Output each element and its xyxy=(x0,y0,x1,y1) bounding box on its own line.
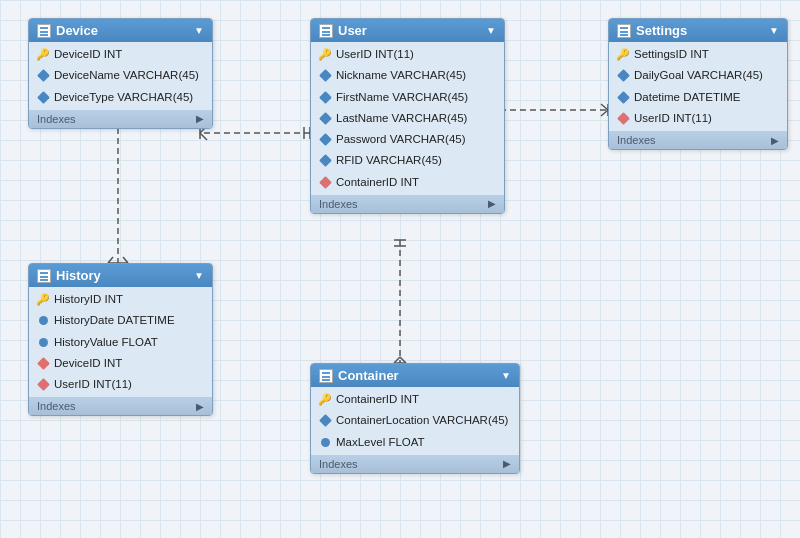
field-label: RFID VARCHAR(45) xyxy=(336,152,442,169)
diamond-blue-icon xyxy=(37,70,49,82)
field-row: DeviceID INT xyxy=(29,353,212,374)
indexes-arrow: ▶ xyxy=(196,401,204,412)
key-icon: 🔑 xyxy=(319,49,331,61)
svg-line-17 xyxy=(601,110,608,116)
field-label: ContainerLocation VARCHAR(45) xyxy=(336,412,508,429)
diamond-blue-icon xyxy=(319,415,331,427)
field-label: UserID INT(11) xyxy=(54,376,132,393)
history-table-header: History ▼ xyxy=(29,264,212,287)
container-table-icon xyxy=(319,369,333,383)
field-label: DailyGoal VARCHAR(45) xyxy=(634,67,763,84)
field-row: 🔑 ContainerID INT xyxy=(311,389,519,410)
field-row: 🔑 UserID INT(11) xyxy=(311,44,504,65)
diamond-blue-icon xyxy=(319,155,331,167)
history-table-icon xyxy=(37,269,51,283)
circle-blue-icon xyxy=(319,436,331,448)
field-label: UserID INT(11) xyxy=(336,46,414,63)
container-table-fields: 🔑 ContainerID INT ContainerLocation VARC… xyxy=(311,387,519,455)
diamond-blue-icon xyxy=(319,134,331,146)
field-row: ContainerLocation VARCHAR(45) xyxy=(311,410,519,431)
field-label: Password VARCHAR(45) xyxy=(336,131,466,148)
field-row: 🔑 SettingsID INT xyxy=(609,44,787,65)
indexes-arrow: ▶ xyxy=(771,135,779,146)
field-label: DeviceType VARCHAR(45) xyxy=(54,89,193,106)
user-table-indexes[interactable]: Indexes ▶ xyxy=(311,195,504,213)
container-dropdown-arrow[interactable]: ▼ xyxy=(501,370,511,381)
history-table-fields: 🔑 HistoryID INT HistoryDate DATETIME His… xyxy=(29,287,212,397)
field-label: MaxLevel FLOAT xyxy=(336,434,425,451)
key-icon: 🔑 xyxy=(617,49,629,61)
user-table-title: User xyxy=(338,23,367,38)
field-label: HistoryValue FLOAT xyxy=(54,334,158,351)
field-row: UserID INT(11) xyxy=(29,374,212,395)
device-table-header: Device ▼ xyxy=(29,19,212,42)
diamond-red-icon xyxy=(319,176,331,188)
diamond-red-icon xyxy=(37,357,49,369)
field-row: Datetime DATETIME xyxy=(609,87,787,108)
diamond-blue-icon xyxy=(319,70,331,82)
history-table-indexes[interactable]: Indexes ▶ xyxy=(29,397,212,415)
indexes-label: Indexes xyxy=(37,113,76,125)
container-table-header: Container ▼ xyxy=(311,364,519,387)
field-label: DeviceID INT xyxy=(54,46,122,63)
diamond-blue-icon xyxy=(319,91,331,103)
settings-dropdown-arrow[interactable]: ▼ xyxy=(769,25,779,36)
indexes-label: Indexes xyxy=(37,400,76,412)
user-table-icon xyxy=(319,24,333,38)
circle-blue-icon xyxy=(37,315,49,327)
field-row: DeviceType VARCHAR(45) xyxy=(29,87,212,108)
field-row: ContainerID INT xyxy=(311,172,504,193)
field-label: LastName VARCHAR(45) xyxy=(336,110,467,127)
settings-table-fields: 🔑 SettingsID INT DailyGoal VARCHAR(45) D… xyxy=(609,42,787,131)
diamond-red-icon xyxy=(617,112,629,124)
field-label: UserID INT(11) xyxy=(634,110,712,127)
field-label: SettingsID INT xyxy=(634,46,709,63)
key-icon: 🔑 xyxy=(37,49,49,61)
field-row: DeviceName VARCHAR(45) xyxy=(29,65,212,86)
settings-table-title: Settings xyxy=(636,23,687,38)
indexes-label: Indexes xyxy=(319,458,358,470)
history-dropdown-arrow[interactable]: ▼ xyxy=(194,270,204,281)
settings-table-header: Settings ▼ xyxy=(609,19,787,42)
field-label: Nickname VARCHAR(45) xyxy=(336,67,466,84)
settings-table: Settings ▼ 🔑 SettingsID INT DailyGoal VA… xyxy=(608,18,788,150)
field-label: Datetime DATETIME xyxy=(634,89,741,106)
field-row: MaxLevel FLOAT xyxy=(311,432,519,453)
field-row: FirstName VARCHAR(45) xyxy=(311,87,504,108)
key-icon: 🔑 xyxy=(37,294,49,306)
field-label: DeviceID INT xyxy=(54,355,122,372)
indexes-arrow: ▶ xyxy=(503,458,511,469)
field-row: Password VARCHAR(45) xyxy=(311,129,504,150)
device-dropdown-arrow[interactable]: ▼ xyxy=(194,25,204,36)
history-table: History ▼ 🔑 HistoryID INT HistoryDate DA… xyxy=(28,263,213,416)
diamond-blue-icon xyxy=(617,91,629,103)
user-table: User ▼ 🔑 UserID INT(11) Nickname VARCHAR… xyxy=(310,18,505,214)
field-label: ContainerID INT xyxy=(336,174,419,191)
indexes-label: Indexes xyxy=(617,134,656,146)
device-table-title: Device xyxy=(56,23,98,38)
field-label: HistoryID INT xyxy=(54,291,123,308)
settings-table-icon xyxy=(617,24,631,38)
device-table-indexes[interactable]: Indexes ▶ xyxy=(29,110,212,128)
field-row: RFID VARCHAR(45) xyxy=(311,150,504,171)
diamond-blue-icon xyxy=(37,91,49,103)
container-table-indexes[interactable]: Indexes ▶ xyxy=(311,455,519,473)
settings-table-indexes[interactable]: Indexes ▶ xyxy=(609,131,787,149)
indexes-arrow: ▶ xyxy=(196,113,204,124)
field-label: FirstName VARCHAR(45) xyxy=(336,89,468,106)
indexes-arrow: ▶ xyxy=(488,198,496,209)
svg-line-11 xyxy=(200,133,207,140)
device-table-fields: 🔑 DeviceID INT DeviceName VARCHAR(45) De… xyxy=(29,42,212,110)
diamond-blue-icon xyxy=(617,70,629,82)
field-row: Nickname VARCHAR(45) xyxy=(311,65,504,86)
container-table: Container ▼ 🔑 ContainerID INT ContainerL… xyxy=(310,363,520,474)
circle-blue-icon xyxy=(37,336,49,348)
field-row: UserID INT(11) xyxy=(609,108,787,129)
diamond-blue-icon xyxy=(319,112,331,124)
key-icon: 🔑 xyxy=(319,394,331,406)
field-row: DailyGoal VARCHAR(45) xyxy=(609,65,787,86)
field-row: HistoryValue FLOAT xyxy=(29,332,212,353)
device-table: Device ▼ 🔑 DeviceID INT DeviceName VARCH… xyxy=(28,18,213,129)
user-dropdown-arrow[interactable]: ▼ xyxy=(486,25,496,36)
field-label: HistoryDate DATETIME xyxy=(54,312,175,329)
